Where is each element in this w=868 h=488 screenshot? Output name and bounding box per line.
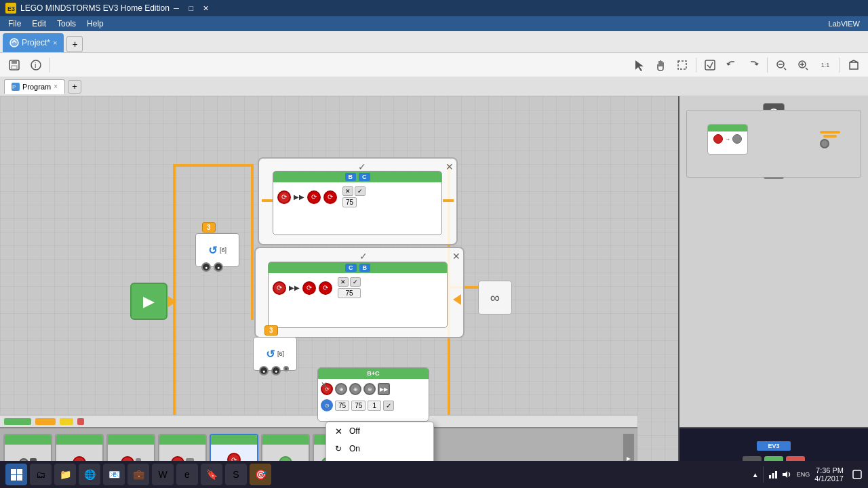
num-indicator: ⊙ (321, 399, 333, 411)
num-75-mid[interactable]: 75 (338, 288, 361, 298)
connector-mid (251, 164, 254, 320)
svg-rect-38 (17, 475, 22, 481)
rotation-block-2: ↺ [6] ● ● (253, 337, 297, 371)
taskbar-skype[interactable]: S (225, 464, 247, 485)
toolbar-cursor-btn[interactable] (629, 56, 649, 75)
taskbar-word[interactable]: W (152, 464, 174, 485)
orange-num-block-2: 3 (264, 325, 278, 336)
taskbar: 🗂 📁 🌐 📧 💼 W e 🔖 S 🎯 ▲ ENG 7:36 PM 4/1/20… (0, 461, 868, 488)
toolbar-zoom-out-btn[interactable] (771, 56, 791, 75)
toolbar-save2-btn[interactable] (700, 56, 720, 75)
rotation-icon-1: ↺ (208, 244, 217, 257)
toolbar-undo-btn[interactable] (722, 56, 742, 75)
orange-num-block-1: 3 (202, 222, 216, 232)
menu-edit[interactable]: Edit (26, 18, 52, 30)
motor-bottom-5: ▶▶ (378, 383, 390, 395)
taskbar-chrome[interactable]: 🌐 (79, 464, 100, 485)
menu-help[interactable]: Help (81, 18, 109, 30)
toolbar-hand-btn[interactable] (650, 56, 671, 75)
taskbar-folder[interactable]: 📁 (54, 464, 76, 485)
mini-chain (820, 131, 840, 148)
start-button[interactable] (5, 464, 27, 485)
bc-label: B+C (367, 370, 379, 377)
loop-block-top-close[interactable]: ✕ (446, 161, 454, 172)
num-75-top[interactable]: 75 (342, 197, 357, 207)
lang-indicator[interactable]: ENG (795, 471, 812, 478)
toolbar-redo-btn[interactable] (743, 56, 764, 75)
dropdown-item-off[interactable]: ✕ Off (326, 422, 433, 440)
toolbar-zoom-fit-btn[interactable]: 1:1 (814, 56, 836, 75)
volume-icon[interactable] (781, 469, 792, 480)
motor-icon-mid-2: ⟳ (302, 281, 316, 295)
svg-rect-36 (17, 469, 22, 474)
play-button-block[interactable]: ▶ (130, 283, 167, 320)
minimize-button[interactable]: ─ (170, 2, 183, 14)
taskbar-ie[interactable]: e (176, 464, 198, 485)
right-panel: → EV3 ⬇ ▶ ⏹ (678, 96, 868, 488)
close-button[interactable]: ✕ (199, 2, 213, 14)
svg-rect-37 (11, 475, 16, 481)
show-hidden-icons[interactable]: ▲ (752, 471, 759, 479)
mini-canvas-preview: → (686, 110, 861, 178)
palette-header-4 (159, 435, 205, 445)
project-tab-close[interactable]: × (53, 39, 57, 47)
taskbar-ev3-app[interactable]: 🎯 (250, 464, 271, 485)
toolbar-zoom-in-btn[interactable] (793, 56, 813, 75)
maximize-button[interactable]: □ (184, 2, 198, 14)
taskbar-ie2[interactable]: 🔖 (201, 464, 222, 485)
toolbar-select-btn[interactable] (672, 56, 692, 75)
port-dot-2b: ● (271, 366, 281, 375)
num-1-bottom[interactable]: 1 (368, 401, 381, 411)
project-icon (9, 38, 19, 47)
add-sub-tab-button[interactable]: + (68, 80, 81, 94)
sub-tab-program-close[interactable]: × (54, 83, 58, 90)
toolbar-sep-4 (840, 58, 840, 73)
taskbar-file-explorer[interactable]: 🗂 (30, 464, 52, 485)
motor-bottom-2: ⊕ (335, 383, 347, 395)
menu-bar: File Edit Tools Help LabVIEW (0, 16, 868, 31)
canvas-area[interactable]: ▶ ✕ ✓ B C ⟳ ▶▶ ⟳ (0, 96, 678, 488)
sub-tab-program-label: Program (22, 83, 51, 91)
palette-header-5 (211, 435, 257, 445)
toolbar-sep-3 (767, 58, 768, 73)
sub-tab-bar: P Program × + (0, 77, 868, 96)
port-b-mid-label: B (359, 264, 371, 272)
ctrl-x-top[interactable]: ✕ (342, 186, 353, 196)
svg-rect-35 (11, 469, 16, 474)
notification-icon[interactable] (852, 469, 863, 480)
project-tab[interactable]: Project* × (3, 33, 64, 52)
ctrl-check-top[interactable]: ✓ (355, 186, 366, 196)
main-area: ▶ ✕ ✓ B C ⟳ ▶▶ ⟳ (0, 96, 868, 488)
port-dot-1b: ● (214, 262, 223, 272)
ctrl-check-mid[interactable]: ✓ (350, 277, 361, 287)
progress-green (4, 418, 31, 425)
menu-tools[interactable]: Tools (52, 18, 81, 30)
network-icon[interactable] (768, 469, 778, 480)
check-bottom[interactable]: ✓ (383, 401, 394, 411)
toolbar-info-btn[interactable]: i (26, 56, 46, 75)
num-75-bottom-1[interactable]: 75 (335, 401, 349, 411)
svg-rect-5 (12, 66, 17, 69)
toolbar-help-btn[interactable] (844, 56, 864, 75)
loop-block-mid-check[interactable]: ✓ (359, 251, 368, 262)
port-c-mid-label: C (345, 264, 357, 272)
ctrl-x-mid[interactable]: ✕ (338, 277, 349, 287)
loop-block-middle: ✕ ✓ C B ⟳ ▶▶ ⟳ ⟳ ✕ ✓ (254, 247, 465, 338)
progress-yellow (60, 418, 73, 425)
motor-icon-top-3: ⟳ (323, 190, 337, 204)
block-bottom-close[interactable]: ✕ (321, 380, 328, 390)
menu-file[interactable]: File (3, 18, 26, 30)
taskbar-store[interactable]: 💼 (127, 464, 149, 485)
toolbar: i 1:1 (0, 53, 868, 77)
dropdown-item-on[interactable]: ↻ On (326, 440, 433, 458)
loop-block-mid-close[interactable]: ✕ (452, 251, 460, 262)
num-75-bottom-2[interactable]: 75 (351, 401, 366, 411)
taskbar-outlook[interactable]: 📧 (103, 464, 125, 485)
add-tab-button[interactable]: + (66, 36, 83, 52)
sub-tab-program[interactable]: P Program × (4, 79, 65, 94)
connector-arrow-mid-right (453, 294, 461, 305)
palette-header-3 (108, 435, 154, 445)
infinity-block: ∞ (478, 281, 512, 314)
toolbar-save-btn[interactable] (4, 56, 24, 75)
system-clock[interactable]: 7:36 PM 4/1/2017 (814, 466, 849, 483)
